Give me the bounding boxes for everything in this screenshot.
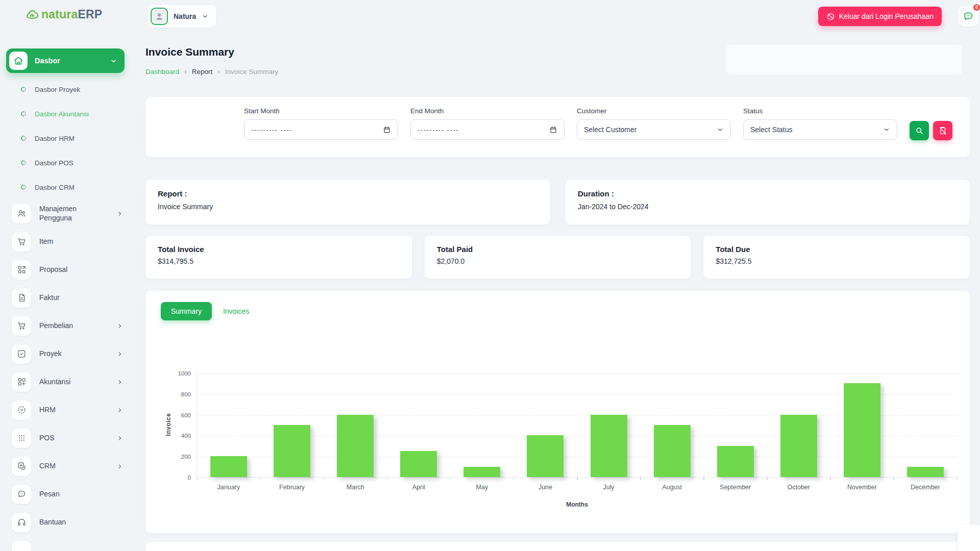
sidebar-subitem-label: Dasbor CRM — [35, 184, 75, 191]
duration-label: Duration : — [578, 189, 958, 198]
report-value: Invoice Summary — [158, 203, 538, 211]
floating-widget-partial[interactable] — [958, 524, 980, 551]
y-tick-label: 600 — [181, 412, 191, 418]
bar-slot — [260, 373, 324, 477]
y-axis-title: Invoice — [165, 409, 172, 440]
bar-september[interactable] — [717, 446, 754, 477]
x-axis-tick — [324, 477, 325, 480]
brand-name-dark: ERP — [78, 8, 103, 21]
sidebar: Dasbor Dasbor ProyekDasbor AkuntansiDasb… — [0, 33, 133, 551]
stat-value: $314,795.5 — [158, 257, 400, 265]
breadcrumb-item-report: Report — [192, 68, 213, 76]
bar-january[interactable] — [210, 456, 247, 477]
tab-summary[interactable]: Summary — [161, 302, 212, 320]
tab-invoices[interactable]: Invoices — [223, 307, 249, 315]
sidebar-item-akuntansi[interactable]: Akuntansi — [0, 368, 133, 396]
x-axis-tick — [640, 477, 641, 480]
x-tick-label: December — [894, 484, 957, 491]
status-select[interactable]: Select Status — [743, 119, 897, 140]
users-icon — [12, 204, 31, 223]
chevron-right-icon — [116, 407, 124, 414]
bar-slot — [450, 373, 513, 477]
end-month-placeholder: --------- ---- — [418, 126, 459, 134]
sidebar-item-dasbor[interactable]: Dasbor — [6, 48, 125, 73]
customer-select[interactable]: Select Customer — [577, 119, 731, 140]
sidebar-item-proyek[interactable]: Proyek — [0, 340, 133, 368]
bar-june[interactable] — [527, 435, 564, 477]
chevron-down-icon — [110, 57, 117, 65]
sidebar-item-label: Proyek — [39, 349, 62, 359]
bar-december[interactable] — [907, 467, 944, 477]
x-axis-tick — [957, 477, 958, 480]
bar-august[interactable] — [654, 425, 691, 477]
end-month-input[interactable]: --------- ---- — [410, 119, 565, 140]
bar-july[interactable] — [591, 415, 627, 477]
bar-slot — [324, 373, 387, 477]
main-content: Invoice Summary Dashboard›Report›Invoice… — [145, 33, 970, 551]
breadcrumb-item-dashboard[interactable]: Dashboard — [145, 68, 179, 76]
sidebar-item-faktur[interactable]: Faktur — [0, 284, 133, 312]
invoice-file-icon — [12, 288, 31, 308]
brand-name-green: natura — [41, 8, 78, 21]
sidebar-item-crm[interactable]: CRM — [0, 452, 133, 480]
sidebar-item-label: Item — [39, 237, 53, 246]
sidebar-item-pos[interactable]: POS — [0, 424, 133, 452]
logout-company-button[interactable]: Keluar dari Login Perusahaan — [818, 7, 942, 26]
bar-february[interactable] — [274, 425, 310, 477]
bar-slot — [577, 373, 640, 477]
x-axis-tick — [577, 477, 578, 480]
x-axis-tick — [450, 477, 451, 480]
sidebar-subitem-dasbor-akuntansi[interactable]: Dasbor Akuntansi — [0, 102, 133, 126]
sidebar-subitem-label: Dasbor Proyek — [35, 86, 80, 93]
sidebar-item-pembelian[interactable]: Pembelian — [0, 312, 133, 340]
bar-slot — [513, 373, 577, 477]
sidebar-item-item[interactable]: Item — [0, 228, 133, 256]
bar-march[interactable] — [337, 415, 374, 477]
reset-filter-button[interactable] — [933, 121, 952, 140]
calendar-icon[interactable] — [549, 126, 557, 134]
sidebar-subitem-label: Dasbor POS — [35, 159, 74, 167]
message-icon — [12, 485, 31, 504]
sidebar-item-pesan[interactable]: Pesan — [0, 480, 133, 508]
home-icon — [9, 52, 28, 70]
stat-label: Total Invoice — [158, 245, 400, 254]
bar-slot — [894, 373, 957, 477]
status-select-value: Select Status — [750, 126, 793, 134]
sidebar-subitem-dasbor-crm[interactable]: Dasbor CRM — [0, 175, 133, 199]
chevron-down-icon — [202, 13, 209, 20]
sidebar-item-manajemen-pengguna[interactable]: Manajemen Pengguna — [0, 199, 133, 228]
x-tick-label: April — [387, 484, 450, 491]
bar-april[interactable] — [400, 451, 437, 477]
search-icon — [915, 126, 924, 135]
sidebar-item-proposal[interactable]: Proposal — [0, 256, 133, 284]
sidebar-item-hrm[interactable]: HRM — [0, 396, 133, 424]
sidebar-item-partial — [0, 536, 133, 551]
customer-select-value: Select Customer — [584, 126, 636, 134]
grid-dots-icon — [12, 429, 31, 448]
next-card-partial — [145, 542, 970, 551]
search-button[interactable] — [910, 121, 929, 140]
sidebar-item-label: Bantuan — [39, 518, 66, 527]
sidebar-item-label: CRM — [39, 462, 56, 471]
calendar-icon[interactable] — [383, 126, 391, 134]
messages-button[interactable]: 0 — [958, 6, 978, 27]
bar-may[interactable] — [463, 467, 500, 477]
logout-company-label: Keluar dari Login Perusahaan — [839, 12, 934, 20]
sidebar-subitem-dasbor-proyek[interactable]: Dasbor Proyek — [0, 77, 133, 102]
sidebar-subitem-dasbor-hrm[interactable]: Dasbor HRM — [0, 126, 133, 151]
company-selector[interactable]: Natura — [148, 5, 216, 28]
sidebar-item-bantuan[interactable]: Bantuan — [0, 508, 133, 536]
status-field: Status Select Status — [743, 107, 897, 140]
start-month-input[interactable]: --------- ---- — [244, 119, 398, 140]
x-tick-label: March — [324, 484, 387, 491]
x-axis-tick — [893, 477, 894, 480]
bar-november[interactable] — [844, 383, 880, 477]
breadcrumb-separator: › — [217, 67, 220, 76]
sidebar-subitem-dasbor-pos[interactable]: Dasbor POS — [0, 151, 133, 175]
bar-october[interactable] — [780, 415, 817, 477]
x-axis-tick — [197, 477, 198, 480]
bars-container — [197, 373, 957, 477]
stat-value: $312,725.5 — [716, 257, 958, 265]
bar-slot — [704, 373, 767, 477]
sidebar-item-label: POS — [39, 434, 55, 443]
